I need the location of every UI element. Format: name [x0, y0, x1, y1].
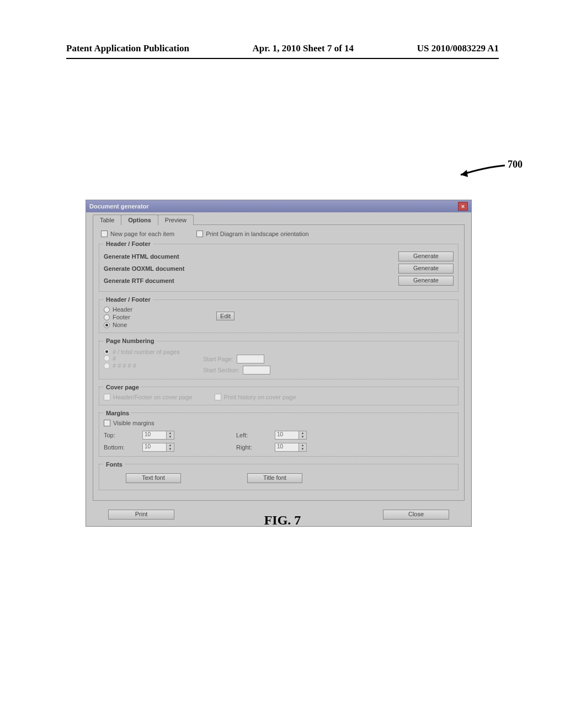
dialog-window: Document generator × Table Options Previ… [86, 200, 472, 527]
checkbox-icon [215, 394, 221, 400]
landscape-label: Print Diagram in landscape orientation [206, 231, 309, 237]
edit-button[interactable]: Edit [216, 312, 234, 320]
gen-ooxml-label: Generate OOXML document [104, 265, 185, 272]
chevron-up-icon: ▲ [299, 443, 306, 447]
tab-table[interactable]: Table [93, 215, 121, 225]
tab-options[interactable]: Options [121, 215, 158, 225]
new-page-checkbox[interactable]: New page for each item [101, 231, 174, 237]
radio-icon [104, 349, 110, 355]
radio-icon [104, 363, 110, 369]
fonts-legend: Fonts [104, 461, 125, 468]
checkbox-icon [104, 394, 110, 400]
chevron-up-icon: ▲ [299, 431, 306, 435]
radio-icon [104, 307, 110, 313]
gen-html-row: Generate HTML document Generate [104, 250, 454, 263]
close-icon[interactable]: × [458, 202, 468, 211]
pub-number: US 2010/0083229 A1 [417, 43, 499, 54]
checkbox-icon [104, 420, 110, 426]
landscape-checkbox[interactable]: Print Diagram in landscape orientation [196, 231, 309, 237]
margin-left-label: Left: [236, 432, 275, 438]
radio-none[interactable]: None [104, 322, 132, 328]
pub-label: Patent Application Publication [66, 43, 189, 54]
cover-hf-checkbox[interactable]: Header/Footer on cover page [104, 394, 193, 400]
text-font-button[interactable]: Text font [126, 473, 181, 483]
chevron-down-icon: ▼ [299, 447, 306, 451]
margin-top-label: Top: [104, 432, 142, 438]
margin-right-label: Right: [236, 444, 275, 451]
radio-icon [104, 314, 110, 320]
cover-page-group: Cover page Header/Footer on cover page P… [99, 384, 459, 405]
margins-group: Margins Visible margins Top: 10▲▼ Left: … [99, 410, 459, 457]
titlebar: Document generator × [86, 200, 471, 212]
checkbox-icon [101, 231, 108, 237]
reference-number: 700 [508, 159, 523, 170]
tab-strip: Table Options Preview [86, 212, 471, 225]
gen-rtf-row: Generate RTF document Generate [104, 275, 454, 287]
margin-left-input[interactable]: 10▲▼ [275, 431, 324, 440]
hf-legend: Header / Footer [104, 296, 153, 303]
margin-top-input[interactable]: 10▲▼ [142, 431, 192, 440]
chevron-down-icon: ▼ [167, 447, 174, 451]
start-section-label: Start Section: [203, 367, 239, 373]
window-title: Document generator [89, 203, 149, 210]
generate-legend: Header / Footer [104, 240, 153, 247]
fonts-group: Fonts Text font Title font [99, 461, 459, 490]
generate-rtf-button[interactable]: Generate [398, 276, 454, 286]
start-section-input[interactable] [243, 366, 270, 374]
margins-legend: Margins [104, 410, 131, 416]
margin-bottom-input[interactable]: 10▲▼ [142, 443, 192, 452]
figure-caption: FIG. 7 [0, 513, 565, 528]
radio-icon [104, 322, 110, 328]
gen-ooxml-row: Generate OOXML document Generate [104, 263, 454, 275]
tab-preview[interactable]: Preview [158, 215, 194, 225]
options-panel: New page for each item Print Diagram in … [93, 224, 465, 501]
pn-legend: Page Numbering [104, 338, 156, 344]
chevron-up-icon: ▲ [167, 443, 174, 447]
pn-radio-multi[interactable]: # # # # # [104, 362, 136, 369]
margin-right-input[interactable]: 10▲▼ [275, 443, 324, 452]
header-rule [66, 58, 499, 59]
title-font-button[interactable]: Title font [247, 473, 302, 483]
page-header: Patent Application Publication Apr. 1, 2… [66, 43, 499, 54]
generate-html-button[interactable]: Generate [398, 251, 454, 261]
chevron-down-icon: ▼ [299, 435, 306, 439]
generate-ooxml-button[interactable]: Generate [398, 264, 454, 274]
margin-bottom-label: Bottom: [104, 444, 142, 451]
pn-radio-num[interactable]: # [104, 355, 116, 362]
header-footer-group: Header / Footer Header Footer None Edit [99, 296, 459, 333]
start-page-label: Start Page: [203, 356, 233, 362]
visible-margins-checkbox[interactable]: Visible margins [104, 420, 154, 426]
generate-group: Header / Footer Generate HTML document G… [99, 240, 459, 292]
reference-arrow [452, 163, 513, 179]
chevron-down-icon: ▼ [167, 435, 174, 439]
radio-header[interactable]: Header [104, 306, 132, 313]
sheet-label: Apr. 1, 2010 Sheet 7 of 14 [253, 43, 354, 54]
pn-radio-total[interactable]: # / total number of pages [104, 349, 180, 355]
page-numbering-group: Page Numbering # / total number of pages… [99, 338, 459, 379]
radio-icon [104, 355, 110, 361]
radio-footer[interactable]: Footer [104, 314, 132, 320]
chevron-up-icon: ▲ [167, 431, 174, 435]
gen-rtf-label: Generate RTF document [104, 277, 174, 284]
cover-legend: Cover page [104, 384, 141, 390]
cover-history-checkbox[interactable]: Print history on cover page [215, 394, 296, 400]
top-options-row: New page for each item Print Diagram in … [99, 229, 459, 240]
checkbox-icon [196, 231, 203, 237]
new-page-label: New page for each item [110, 231, 174, 237]
gen-html-label: Generate HTML document [104, 253, 179, 260]
start-page-input[interactable] [237, 355, 264, 363]
